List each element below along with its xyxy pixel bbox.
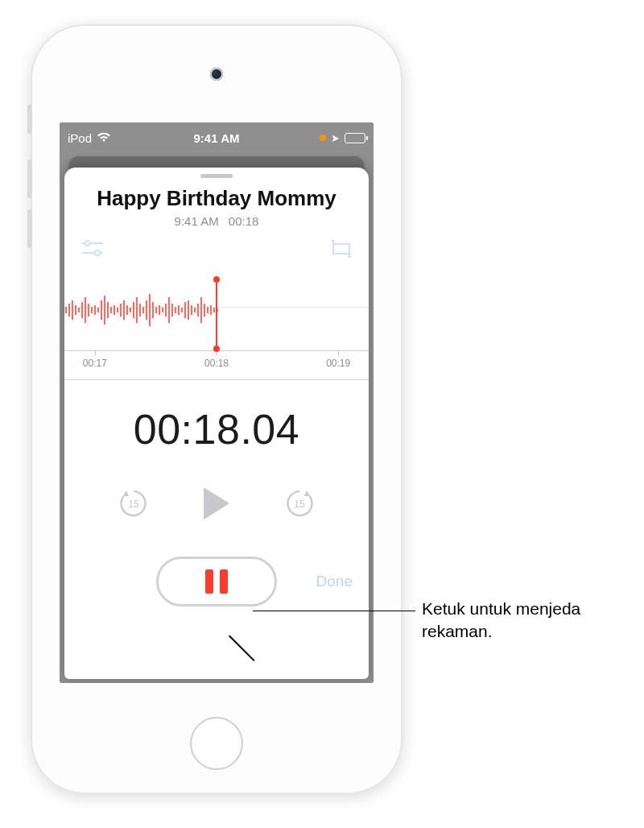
recording-meta-time: 9:41 AM bbox=[175, 214, 219, 228]
screen-content: iPod 9:41 AM ➤ Happy Birthday Mommy bbox=[60, 122, 374, 683]
options-icon[interactable] bbox=[80, 239, 105, 262]
carrier-label: iPod bbox=[68, 131, 92, 145]
volume-down-button[interactable] bbox=[27, 209, 32, 248]
recording-title[interactable]: Happy Birthday Mommy bbox=[64, 186, 369, 211]
pause-icon bbox=[205, 569, 228, 594]
done-button[interactable]: Done bbox=[277, 573, 353, 590]
wifi-icon bbox=[97, 131, 111, 145]
ruler-tick-1: 00:18 bbox=[204, 358, 229, 369]
callout-text: Ketuk untuk menjeda rekaman. bbox=[422, 598, 580, 644]
svg-text:15: 15 bbox=[128, 499, 139, 510]
front-camera bbox=[210, 68, 223, 81]
trim-icon[interactable] bbox=[330, 239, 353, 262]
play-icon[interactable] bbox=[200, 486, 233, 524]
elapsed-time: 00:18.04 bbox=[64, 405, 369, 453]
callout-leader-line bbox=[253, 611, 415, 611]
recording-sheet: Happy Birthday Mommy 9:41 AM 00:18 bbox=[64, 168, 369, 679]
pause-button[interactable] bbox=[156, 557, 277, 607]
sheet-grabber[interactable] bbox=[200, 174, 233, 178]
recording-indicator-dot-icon bbox=[320, 135, 326, 141]
ipod-device-frame: iPod 9:41 AM ➤ Happy Birthday Mommy bbox=[31, 24, 402, 794]
recording-meta-duration: 00:18 bbox=[229, 214, 259, 228]
volume-up-button[interactable] bbox=[27, 159, 32, 198]
waveform-area[interactable]: 00:17 00:18 00:19 bbox=[64, 273, 369, 386]
status-bar: iPod 9:41 AM ➤ bbox=[60, 122, 374, 153]
svg-text:15: 15 bbox=[294, 499, 305, 510]
home-button[interactable] bbox=[190, 717, 243, 770]
waveform-icon bbox=[64, 286, 221, 334]
sleep-wake-button[interactable] bbox=[27, 105, 32, 134]
recording-meta: 9:41 AM 00:18 bbox=[64, 214, 369, 228]
ruler-tick-0: 00:17 bbox=[83, 358, 107, 369]
location-icon: ➤ bbox=[331, 132, 340, 144]
callout-line-2: rekaman. bbox=[422, 620, 580, 643]
svg-point-1 bbox=[85, 241, 90, 246]
skip-forward-15-icon[interactable]: 15 bbox=[283, 486, 316, 524]
battery-icon bbox=[345, 133, 365, 143]
callout-line-1: Ketuk untuk menjeda bbox=[422, 598, 580, 620]
svg-point-3 bbox=[95, 250, 100, 255]
ruler-tick-2: 00:19 bbox=[326, 358, 350, 369]
screen: iPod 9:41 AM ➤ Happy Birthday Mommy bbox=[60, 122, 374, 683]
playhead-indicator[interactable] bbox=[216, 279, 217, 349]
skip-back-15-icon[interactable]: 15 bbox=[117, 486, 151, 524]
status-time: 9:41 AM bbox=[194, 131, 240, 145]
